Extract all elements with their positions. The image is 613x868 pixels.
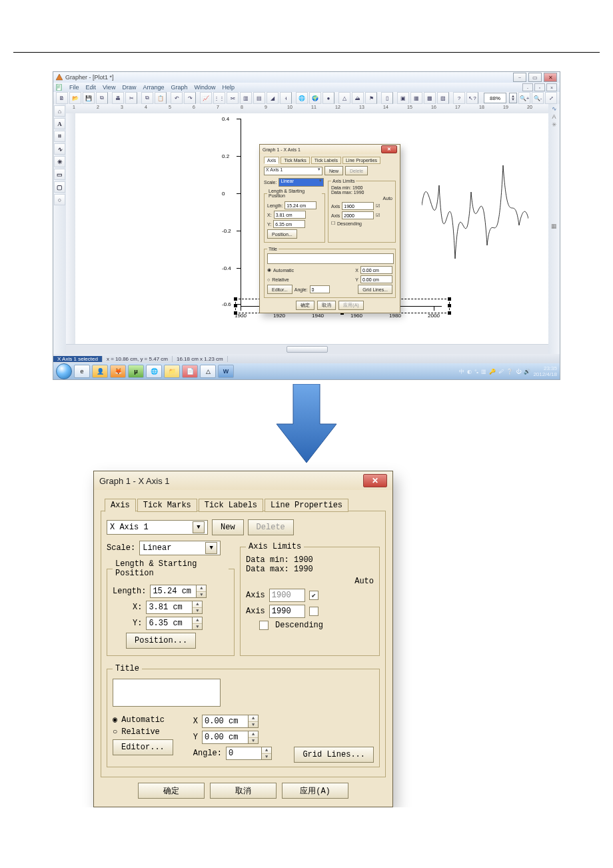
mini-axis-select[interactable]: X Axis 1 [264, 167, 322, 175]
mountain-icon[interactable]: ⛰ [352, 92, 364, 104]
horizontal-scrollbar[interactable] [66, 344, 548, 354]
length-input[interactable]: ▲▼ [150, 585, 207, 598]
save-icon[interactable]: 💾 [83, 92, 95, 104]
menu-file[interactable]: File [69, 84, 79, 91]
mini-position-button[interactable]: Position... [267, 229, 297, 239]
open-file-icon[interactable]: 📂 [69, 92, 81, 104]
start-x-input[interactable]: ▲▼ [146, 601, 203, 614]
title-y-input[interactable]: ▲▼ [202, 731, 259, 744]
panel3-icon[interactable]: ▩ [424, 92, 436, 104]
tool-star-icon[interactable]: ✳ [552, 121, 557, 128]
cancel-button[interactable]: 取消 [210, 783, 277, 799]
mini-gridlines-button[interactable]: Grid Lines... [358, 285, 392, 294]
position-button[interactable]: Position... [126, 633, 196, 649]
chart-hist-icon[interactable]: ⫞ [280, 92, 292, 104]
descending-checkbox[interactable] [259, 621, 269, 630]
title-text-input[interactable] [113, 679, 221, 707]
start-x-spinner[interactable]: ▲▼ [192, 601, 202, 613]
tray-icon[interactable]: ▥ [481, 369, 486, 375]
new-file-icon[interactable]: 🗎 [56, 92, 68, 104]
taskbar-grapher-icon[interactable]: △ [200, 365, 216, 378]
mini-editor-button[interactable]: Editor... [267, 285, 293, 294]
tool-a-icon[interactable]: A [552, 113, 556, 120]
mini-y-input[interactable] [273, 220, 305, 228]
tray-icon[interactable]: 🔑 [489, 369, 496, 375]
mini-tab-lineprops[interactable]: Line Properties [342, 157, 380, 164]
start-y-input[interactable]: ▲▼ [146, 617, 203, 630]
title-x-input[interactable]: ▲▼ [202, 715, 259, 728]
panel1-icon[interactable]: ▣ [397, 92, 409, 104]
panel4-icon[interactable]: ▨ [437, 92, 449, 104]
zoom-in-icon[interactable]: 🔍+ [518, 92, 530, 104]
undo-icon[interactable]: ↶ [171, 92, 183, 104]
chart-bar-icon[interactable]: ▥ [240, 92, 252, 104]
tool-home-icon[interactable]: ⌂ [54, 105, 65, 117]
mini-axis-min-input[interactable] [342, 202, 374, 210]
mini-x-input[interactable] [274, 211, 306, 219]
column-icon[interactable]: ▯ [381, 92, 393, 104]
panel2-icon[interactable]: ▦ [410, 92, 422, 104]
mini-scale-select[interactable]: Linear [279, 178, 324, 187]
menu-draw[interactable]: Draw [122, 84, 136, 91]
axis-name-select[interactable]: X Axis 1▼ [107, 520, 208, 535]
taskbar-pdf-icon[interactable]: 📄 [182, 365, 198, 378]
mini-title-input[interactable] [267, 253, 394, 264]
paste-icon[interactable]: 📋 [155, 92, 167, 104]
mini-ok-button[interactable]: 确定 [296, 301, 314, 310]
tray-icon[interactable]: ⏻ [516, 369, 521, 375]
window-minimize-button[interactable]: － [513, 73, 526, 82]
cut-icon[interactable]: ✂ [125, 92, 137, 104]
mini-dialog-close-button[interactable]: ✕ [381, 145, 397, 153]
mini-tab-ticklabels[interactable]: Tick Labels [311, 157, 341, 164]
axis-min-auto-checkbox[interactable]: ✔ [309, 591, 318, 600]
taskbar-app1-icon[interactable]: 👤 [92, 365, 108, 378]
plot-canvas[interactable]: 0.4 0.2 0 -0.2 -0.4 -0.6 1900 1920 1940 … [75, 113, 548, 344]
dialog-close-button[interactable]: ✕ [363, 474, 387, 487]
title-y-spinner[interactable]: ▲▼ [248, 731, 258, 743]
axis-max-input[interactable] [269, 605, 305, 618]
zoom-fit-icon[interactable]: ⤢ [545, 92, 557, 104]
scale-select[interactable]: Linear▼ [139, 541, 221, 555]
mini-title-x-input[interactable] [360, 266, 392, 274]
title-x-spinner[interactable]: ▲▼ [248, 715, 258, 727]
mdi-minimize-button[interactable]: - [522, 83, 533, 91]
chart-hbar-icon[interactable]: ▤ [253, 92, 265, 104]
apply-button[interactable]: 应用(A) [282, 783, 348, 799]
redo-icon[interactable]: ↷ [184, 92, 196, 104]
print-icon[interactable]: 🖶 [112, 92, 124, 104]
mdi-close-button[interactable]: × [546, 83, 557, 91]
grid-lines-button[interactable]: Grid Lines... [294, 747, 374, 763]
mini-angle-input[interactable] [310, 285, 330, 293]
ball-icon[interactable]: ● [322, 92, 334, 104]
globe-icon[interactable]: 🌐 [296, 92, 308, 104]
copy-icon[interactable]: ⧉ [141, 92, 153, 104]
chart-area-icon[interactable]: ◢ [267, 92, 279, 104]
tool-wave-icon[interactable]: ∿ [54, 143, 65, 155]
tool-snow-icon[interactable]: ✳ [54, 156, 65, 167]
axis-min-input[interactable] [269, 589, 305, 602]
tool-rrect-icon[interactable]: ▢ [54, 181, 65, 193]
tray-icon[interactable]: ◐ [467, 369, 472, 375]
tray-icon[interactable]: ❔ [506, 369, 513, 375]
tray-speaker-icon[interactable]: 🔊 [524, 369, 530, 375]
tool-hatch-icon[interactable]: ⌗ [54, 131, 65, 142]
tab-line-properties[interactable]: Line Properties [265, 499, 348, 512]
taskbar-explorer-icon[interactable]: 📁 [164, 365, 180, 378]
menu-help[interactable]: Help [222, 84, 235, 91]
zoom-out-icon[interactable]: 🔍- [532, 92, 544, 104]
menu-arrange[interactable]: Arrange [143, 84, 164, 91]
relative-radio[interactable]: ○ [113, 727, 117, 737]
length-spinner[interactable]: ▲▼ [196, 585, 206, 597]
tri-up-icon[interactable]: △ [338, 92, 350, 104]
save-all-icon[interactable]: ⧉ [96, 92, 108, 104]
tool-circle-icon[interactable]: ○ [54, 194, 65, 205]
ime-indicator[interactable]: 中 [459, 368, 464, 375]
start-y-spinner[interactable]: ▲▼ [192, 617, 202, 629]
mdi-restore-button[interactable]: ▫ [534, 83, 545, 91]
axis-max-auto-checkbox[interactable] [309, 607, 318, 616]
scroll-grip-icon[interactable]: ▦ [551, 223, 557, 229]
angle-input[interactable]: ▲▼ [226, 747, 272, 760]
taskbar-app3-icon[interactable]: μ [128, 365, 144, 378]
window-maximize-button[interactable]: ▭ [528, 73, 542, 82]
mini-new-button[interactable]: New [324, 166, 343, 175]
